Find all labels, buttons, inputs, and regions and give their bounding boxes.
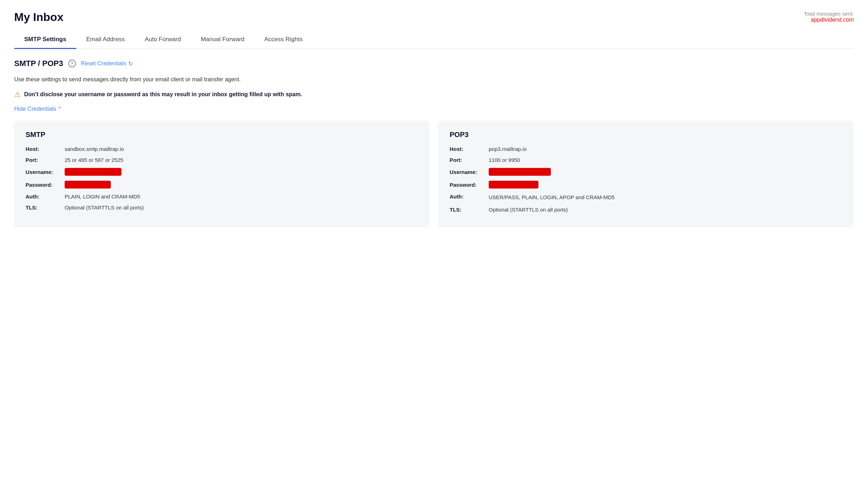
smtp-tls-value: Optional (STARTTLS on all ports) (65, 204, 144, 211)
pop3-tls-label: TLS: (450, 207, 489, 213)
smtp-card-title: SMTP (26, 131, 418, 139)
hide-credentials-label: Hide Credentials (14, 106, 56, 112)
tab-smtp-settings[interactable]: SMTP Settings (14, 31, 76, 49)
pop3-auth-row: Auth: USER/PASS, PLAIN, LOGIN, APOP and … (450, 193, 842, 202)
tab-auto-forward[interactable]: Auto Forward (135, 31, 191, 49)
smtp-port-row: Port: 25 or 465 or 587 or 2525 (26, 157, 418, 163)
page-header: My Inbox Total messages sent: appdividen… (14, 11, 854, 24)
credentials-grid: SMTP Host: sandbox.smtp.mailtrap.io Port… (14, 121, 854, 228)
pop3-port-label: Port: (450, 157, 489, 163)
smtp-card: SMTP Host: sandbox.smtp.mailtrap.io Port… (14, 121, 430, 228)
smtp-host-value: sandbox.smtp.mailtrap.io (65, 146, 124, 152)
pop3-port-value: 1100 or 9950 (489, 157, 520, 163)
smtp-section-title: SMTP / POP3 (14, 59, 63, 68)
pop3-host-value: pop3.mailtrap.io (489, 146, 527, 152)
pop3-auth-label: Auth: (450, 193, 489, 200)
hide-credentials-button[interactable]: Hide Credentials ^ (14, 106, 61, 112)
description-text: Use these settings to send messages dire… (14, 75, 854, 84)
tab-manual-forward[interactable]: Manual Forward (191, 31, 254, 49)
warning-icon: ⚠ (14, 90, 21, 99)
smtp-auth-label: Auth: (26, 193, 65, 200)
total-messages-label: Total messages sent: (804, 11, 854, 17)
smtp-tls-row: TLS: Optional (STARTTLS on all ports) (26, 204, 418, 211)
pop3-card: POP3 Host: pop3.mailtrap.io Port: 1100 o… (438, 121, 854, 228)
pop3-auth-value: USER/PASS, PLAIN, LOGIN, APOP and CRAM-M… (489, 193, 615, 202)
help-icon[interactable]: ? (68, 60, 76, 67)
smtp-password-row: Password: (26, 181, 418, 189)
header-right: Total messages sent: appdividend.com (804, 11, 854, 23)
warning-text: Don't disclose your username or password… (24, 91, 302, 98)
reset-credentials-label: Reset Credentials (81, 60, 126, 67)
pop3-port-row: Port: 1100 or 9950 (450, 157, 842, 163)
pop3-username-label: Username: (450, 169, 489, 175)
tabs-nav: SMTP Settings Email Address Auto Forward… (14, 31, 854, 49)
smtp-auth-row: Auth: PLAIN, LOGIN and CRAM-MD5 (26, 193, 418, 200)
smtp-username-label: Username: (26, 169, 65, 175)
pop3-password-redacted (489, 181, 538, 189)
smtp-section-header: SMTP / POP3 ? Reset Credentials ↻ (14, 59, 854, 68)
pop3-host-row: Host: pop3.mailtrap.io (450, 146, 842, 152)
pop3-password-label: Password: (450, 182, 489, 188)
pop3-password-row: Password: (450, 181, 842, 189)
pop3-username-redacted (489, 168, 551, 176)
smtp-username-row: Username: (26, 168, 418, 176)
smtp-password-label: Password: (26, 182, 65, 188)
tab-email-address[interactable]: Email Address (76, 31, 135, 49)
smtp-auth-value: PLAIN, LOGIN and CRAM-MD5 (65, 193, 140, 200)
tab-access-rights[interactable]: Access Rights (254, 31, 313, 49)
smtp-host-label: Host: (26, 146, 65, 152)
smtp-port-value: 25 or 465 or 587 or 2525 (65, 157, 123, 163)
chevron-up-icon: ^ (58, 106, 61, 112)
reset-icon: ↻ (128, 60, 133, 67)
pop3-username-row: Username: (450, 168, 842, 176)
pop3-card-title: POP3 (450, 131, 842, 139)
app-link[interactable]: appdividend.com (811, 17, 854, 23)
smtp-tls-label: TLS: (26, 204, 65, 211)
reset-credentials-button[interactable]: Reset Credentials ↻ (81, 60, 133, 67)
smtp-username-redacted (65, 168, 121, 176)
smtp-password-redacted (65, 181, 111, 189)
warning-box: ⚠ Don't disclose your username or passwo… (14, 90, 854, 99)
pop3-tls-row: TLS: Optional (STARTTLS on all ports) (450, 207, 842, 213)
smtp-host-row: Host: sandbox.smtp.mailtrap.io (26, 146, 418, 152)
pop3-tls-value: Optional (STARTTLS on all ports) (489, 207, 568, 213)
pop3-host-label: Host: (450, 146, 489, 152)
smtp-port-label: Port: (26, 157, 65, 163)
page-title: My Inbox (14, 11, 64, 24)
